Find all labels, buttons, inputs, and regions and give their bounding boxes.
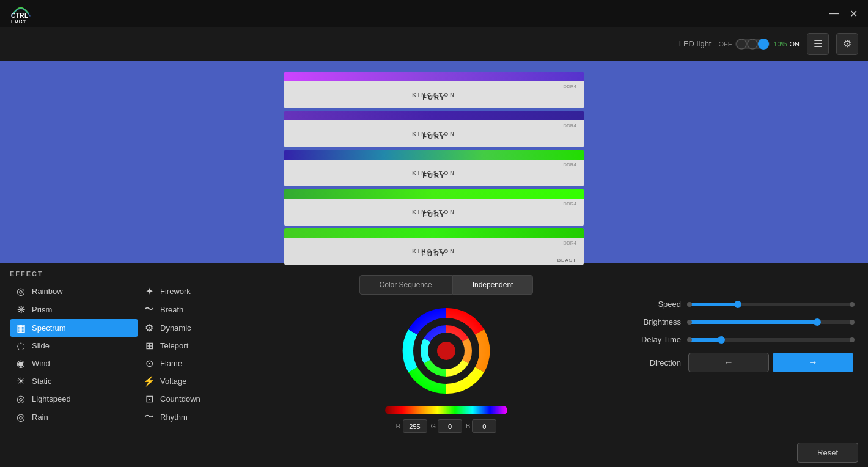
- effect-item-flame[interactable]: ⊙Flame: [138, 355, 267, 372]
- flame-label: Flame: [160, 359, 182, 368]
- static-label: Static: [32, 377, 52, 386]
- led-off-label: OFF: [718, 40, 732, 48]
- bottom-panel: EFFECT ◎Rainbow✦Firework❋Prism〜Breath▦Sp…: [0, 263, 868, 467]
- direction-buttons: ← →: [688, 353, 853, 372]
- effect-item-rainbow[interactable]: ◎Rainbow: [10, 282, 138, 300]
- effect-item-breath[interactable]: 〜Breath: [138, 300, 267, 319]
- effect-item-slide[interactable]: ◌Slide: [10, 337, 138, 355]
- r-label: R: [396, 422, 401, 430]
- effect-item-wind[interactable]: ◉Wind: [10, 355, 138, 372]
- wind-icon: ◉: [15, 358, 27, 369]
- effect-item-lightspeed[interactable]: ◎Lightspeed: [10, 390, 138, 408]
- brightness-slider[interactable]: [688, 320, 853, 324]
- wind-label: Wind: [32, 359, 50, 368]
- ram-sticks-container: KINGSTON FURY DDR4 KINGSTON FURY DDR4 KI…: [284, 72, 584, 265]
- effect-item-dynamic[interactable]: ⚙Dynamic: [138, 319, 267, 337]
- firework-label: Firework: [160, 287, 191, 296]
- teleport-label: Teleport: [160, 341, 188, 350]
- svg-text:CTRL: CTRL: [11, 12, 29, 19]
- close-button[interactable]: ✕: [846, 6, 861, 21]
- led-toggle-area: OFF 10% ON: [718, 35, 800, 53]
- teleport-icon: ⊞: [143, 340, 155, 351]
- tab-independent[interactable]: Independent: [452, 275, 534, 295]
- effect-item-countdown[interactable]: ⊡Countdown: [138, 390, 267, 408]
- direction-right-button[interactable]: →: [773, 353, 853, 372]
- effect-item-teleport[interactable]: ⊞Teleport: [138, 337, 267, 355]
- ram-stick-4: KINGSTON FURY DDR4: [284, 189, 584, 226]
- speed-label: Speed: [626, 300, 681, 309]
- effect-title: EFFECT: [10, 270, 267, 278]
- settings-button[interactable]: ⚙: [836, 33, 858, 55]
- delay-slider-fill: [688, 338, 721, 342]
- speed-slider-end-left: [687, 302, 692, 307]
- ram-stick-5: KINGSTON FURY DDR4 BEAST: [284, 228, 584, 265]
- effect-item-rhythm[interactable]: 〜Rhythm: [138, 408, 267, 427]
- right-controls: Speed Brightness: [626, 270, 858, 433]
- breath-label: Breath: [160, 305, 183, 314]
- minimize-button[interactable]: —: [826, 6, 841, 21]
- g-value[interactable]: 0: [438, 419, 462, 433]
- effect-item-static[interactable]: ☀Static: [10, 372, 138, 390]
- led-toggle-switch[interactable]: [734, 35, 771, 53]
- ram-stick-2: KINGSTON FURY DDR4: [284, 111, 584, 147]
- color-gradient-bar[interactable]: [385, 406, 507, 414]
- ram-stick-3: KINGSTON FURY DDR4: [284, 150, 584, 186]
- g-label: G: [431, 422, 436, 430]
- delay-time-label: Delay Time: [626, 335, 681, 344]
- color-center-dot: [437, 342, 455, 360]
- countdown-icon: ⊡: [143, 393, 155, 405]
- svg-point-5: [748, 39, 757, 49]
- reset-button[interactable]: Reset: [797, 443, 858, 463]
- delay-slider-knob[interactable]: [718, 336, 725, 344]
- brightness-slider-fill: [688, 320, 817, 324]
- r-value[interactable]: 255: [403, 419, 427, 433]
- effect-item-prism[interactable]: ❋Prism: [10, 300, 138, 319]
- led-on-label: ON: [790, 40, 800, 48]
- rain-icon: ◎: [15, 411, 27, 423]
- ram-stick-1: KINGSTON FURY DDR4: [284, 72, 584, 108]
- led-pct-label: 10%: [773, 40, 787, 48]
- direction-left-button[interactable]: ←: [688, 353, 769, 372]
- slide-icon: ◌: [15, 340, 27, 351]
- reset-area: Reset: [0, 438, 868, 467]
- prism-label: Prism: [32, 305, 52, 314]
- r-input-group: R 255: [396, 419, 427, 433]
- spectrum-icon: ▦: [15, 322, 27, 334]
- static-icon: ☀: [15, 375, 27, 387]
- svg-point-6: [758, 39, 769, 50]
- tab-color-sequence[interactable]: Color Sequence: [359, 275, 452, 295]
- effect-item-rain[interactable]: ◎Rain: [10, 408, 138, 427]
- lightspeed-icon: ◎: [15, 393, 27, 405]
- speed-row: Speed: [626, 300, 853, 309]
- voltage-icon: ⚡: [143, 375, 155, 387]
- effect-list: EFFECT ◎Rainbow✦Firework❋Prism〜Breath▦Sp…: [10, 270, 267, 433]
- rhythm-label: Rhythm: [160, 413, 188, 422]
- effect-area: EFFECT ◎Rainbow✦Firework❋Prism〜Breath▦Sp…: [0, 263, 868, 438]
- rainbow-icon: ◎: [15, 285, 27, 297]
- logo-area: FURY CTRL: [7, 0, 34, 27]
- direction-row: Direction ← →: [626, 353, 853, 372]
- preview-area: KINGSTON FURY DDR4 KINGSTON FURY DDR4 KI…: [0, 61, 868, 263]
- effect-item-voltage[interactable]: ⚡Voltage: [138, 372, 267, 390]
- delay-slider[interactable]: [688, 338, 853, 342]
- firework-icon: ✦: [143, 285, 155, 297]
- color-slider-row: R 255 G 0 B 0: [385, 406, 507, 433]
- effect-item-spectrum[interactable]: ▦Spectrum: [10, 319, 138, 337]
- menu-button[interactable]: ☰: [807, 33, 829, 55]
- delay-slider-end-left: [687, 337, 692, 342]
- speed-slider-fill: [688, 303, 738, 306]
- color-wheel[interactable]: [397, 302, 495, 400]
- fury-logo: FURY CTRL: [7, 0, 34, 27]
- brightness-slider-knob[interactable]: [814, 318, 821, 326]
- b-label: B: [466, 422, 470, 430]
- dynamic-icon: ⚙: [143, 322, 155, 334]
- delay-time-row: Delay Time: [626, 335, 853, 344]
- b-value[interactable]: 0: [472, 419, 496, 433]
- effect-item-firework[interactable]: ✦Firework: [138, 282, 267, 300]
- speed-slider-knob[interactable]: [734, 301, 741, 308]
- speed-slider[interactable]: [688, 303, 853, 306]
- flame-icon: ⊙: [143, 358, 155, 369]
- delay-slider-end-right: [850, 337, 855, 342]
- prism-icon: ❋: [15, 304, 27, 315]
- voltage-label: Voltage: [160, 377, 186, 386]
